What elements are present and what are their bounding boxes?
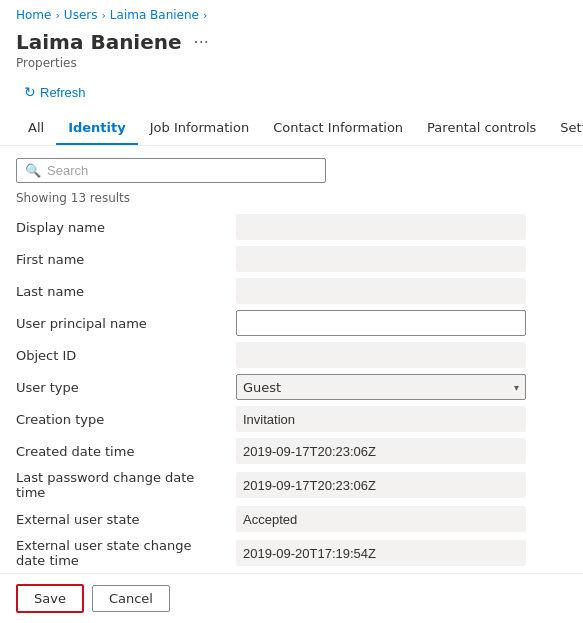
properties-scroll-area[interactable]: Display name First name Last name [16, 211, 567, 623]
prop-label-creation-type: Creation type [16, 412, 236, 427]
prop-row-last-name: Last name [16, 275, 567, 307]
prop-value-creation-type [236, 406, 567, 432]
prop-label-display-name: Display name [16, 220, 236, 235]
properties-table: Display name First name Last name [16, 211, 567, 623]
prop-row-user-principal-name: User principal name [16, 307, 567, 339]
first-name-input[interactable] [236, 246, 526, 272]
breadcrumb-home[interactable]: Home [16, 8, 51, 22]
refresh-icon: ↻ [24, 84, 36, 100]
tab-all[interactable]: All [16, 112, 56, 145]
prop-value-external-user-state [236, 506, 567, 532]
object-id-input[interactable] [236, 342, 526, 368]
page-subtitle: Properties [0, 56, 583, 76]
breadcrumb-users[interactable]: Users [64, 8, 98, 22]
tab-identity[interactable]: Identity [56, 112, 138, 145]
prop-value-user-principal-name [236, 310, 567, 336]
created-date-time-input[interactable] [236, 438, 526, 464]
prop-label-last-name: Last name [16, 284, 236, 299]
prop-value-last-password-change [236, 472, 567, 498]
user-principal-name-input[interactable] [236, 310, 526, 336]
prop-row-object-id: Object ID [16, 339, 567, 371]
external-user-state-input[interactable] [236, 506, 526, 532]
prop-label-created-date-time: Created date time [16, 444, 236, 459]
refresh-label: Refresh [40, 85, 86, 100]
prop-value-external-user-state-change [236, 540, 567, 566]
breadcrumb-sep-3: › [203, 9, 207, 22]
page-header: Laima Baniene ··· [0, 26, 583, 56]
user-type-value: Guest [243, 380, 281, 395]
refresh-button[interactable]: ↻ Refresh [16, 80, 94, 104]
display-name-input[interactable] [236, 214, 526, 240]
prop-row-external-user-state: External user state [16, 503, 567, 535]
prop-label-first-name: First name [16, 252, 236, 267]
prop-label-external-user-state-change: External user state change date time [16, 538, 236, 568]
page-title: Laima Baniene [16, 30, 182, 54]
external-user-state-change-input[interactable] [236, 540, 526, 566]
toolbar: ↻ Refresh [0, 76, 583, 112]
tab-job-information[interactable]: Job Information [138, 112, 261, 145]
tab-settings[interactable]: Settings [548, 112, 583, 145]
search-box[interactable]: 🔍 [16, 158, 326, 183]
results-count: Showing 13 results [16, 191, 567, 205]
main-content: 🔍 Showing 13 results Display name First … [0, 146, 583, 623]
prop-value-first-name [236, 246, 567, 272]
chevron-down-icon: ▾ [514, 382, 519, 393]
prop-row-created-date-time: Created date time [16, 435, 567, 467]
prop-value-last-name [236, 278, 567, 304]
prop-label-last-password-change: Last password change date time [16, 470, 236, 500]
cancel-button[interactable]: Cancel [92, 585, 170, 612]
prop-label-user-principal-name: User principal name [16, 316, 236, 331]
prop-row-creation-type: Creation type [16, 403, 567, 435]
user-type-dropdown[interactable]: Guest ▾ [236, 374, 526, 400]
prop-label-external-user-state: External user state [16, 512, 236, 527]
search-icon: 🔍 [25, 163, 41, 178]
prop-value-created-date-time [236, 438, 567, 464]
prop-value-object-id [236, 342, 567, 368]
tab-parental-controls[interactable]: Parental controls [415, 112, 548, 145]
search-input[interactable] [47, 163, 317, 178]
breadcrumb: Home › Users › Laima Baniene › [0, 0, 583, 26]
save-button[interactable]: Save [16, 584, 84, 613]
prop-label-user-type: User type [16, 380, 236, 395]
prop-row-display-name: Display name [16, 211, 567, 243]
prop-value-display-name [236, 214, 567, 240]
breadcrumb-sep-2: › [101, 9, 105, 22]
prop-row-user-type: User type Guest ▾ [16, 371, 567, 403]
prop-label-object-id: Object ID [16, 348, 236, 363]
breadcrumb-sep-1: › [55, 9, 59, 22]
tabs-container: All Identity Job Information Contact Inf… [0, 112, 583, 146]
creation-type-input[interactable] [236, 406, 526, 432]
last-name-input[interactable] [236, 278, 526, 304]
last-password-change-input[interactable] [236, 472, 526, 498]
breadcrumb-current[interactable]: Laima Baniene [110, 8, 199, 22]
prop-row-external-user-state-change: External user state change date time [16, 535, 567, 571]
bottom-bar: Save Cancel [0, 573, 583, 623]
ellipsis-button[interactable]: ··· [190, 31, 213, 54]
prop-row-first-name: First name [16, 243, 567, 275]
tab-contact-information[interactable]: Contact Information [261, 112, 415, 145]
prop-row-last-password-change: Last password change date time [16, 467, 567, 503]
prop-value-user-type: Guest ▾ [236, 374, 567, 400]
